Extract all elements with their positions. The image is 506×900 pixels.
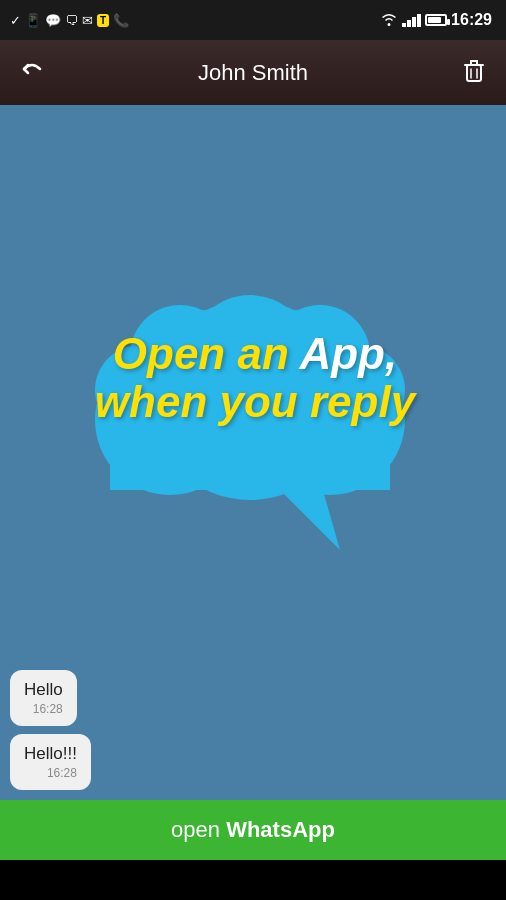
messenger-icon: 💬 bbox=[45, 13, 61, 28]
bottom-bar-brand: WhatsApp bbox=[226, 817, 335, 842]
message-icon: ✉ bbox=[82, 13, 93, 28]
open-whatsapp-button[interactable]: open WhatsApp bbox=[0, 800, 506, 860]
chat-icon: 🗨 bbox=[65, 13, 78, 28]
status-time: 16:29 bbox=[451, 11, 492, 29]
messages-container: Hello 16:28 Hello!!! 16:28 bbox=[0, 670, 506, 790]
check-icon: ✓ bbox=[10, 13, 21, 28]
talk-icon: T bbox=[97, 14, 109, 27]
message-time-2: 16:28 bbox=[24, 766, 77, 780]
chat-area: Open an App, when you reply Hello 16:28 … bbox=[0, 105, 506, 800]
message-text-2: Hello!!! bbox=[24, 744, 77, 764]
battery-icon bbox=[425, 14, 447, 26]
back-button[interactable] bbox=[18, 55, 46, 90]
cloud-line1: Open an App, bbox=[80, 330, 430, 378]
bottom-bar-label: open WhatsApp bbox=[171, 817, 335, 843]
phone-icon: 📞 bbox=[113, 13, 129, 28]
status-icons-right: 16:29 bbox=[380, 11, 496, 29]
message-time-1: 16:28 bbox=[24, 702, 63, 716]
signal-icon bbox=[402, 14, 421, 27]
cloud-line2: when you reply bbox=[80, 378, 430, 426]
top-bar: John Smith bbox=[0, 40, 506, 105]
status-bar: ✓ 📱 💬 🗨 ✉ T 📞 16:29 bbox=[0, 0, 506, 40]
message-text-1: Hello bbox=[24, 680, 63, 700]
bottom-bar-prefix: open bbox=[171, 817, 226, 842]
svg-rect-0 bbox=[467, 65, 481, 81]
contact-name: John Smith bbox=[46, 60, 460, 86]
cloud-text: Open an App, when you reply bbox=[80, 330, 430, 427]
message-bubble-2: Hello!!! 16:28 bbox=[10, 734, 91, 790]
wifi-icon bbox=[380, 12, 398, 29]
whatsapp-status-icon: 📱 bbox=[25, 13, 41, 28]
cloud-speech-bubble: Open an App, when you reply bbox=[30, 260, 470, 580]
status-icons-left: ✓ 📱 💬 🗨 ✉ T 📞 bbox=[10, 13, 129, 28]
message-bubble-1: Hello 16:28 bbox=[10, 670, 77, 726]
delete-button[interactable] bbox=[460, 56, 488, 90]
